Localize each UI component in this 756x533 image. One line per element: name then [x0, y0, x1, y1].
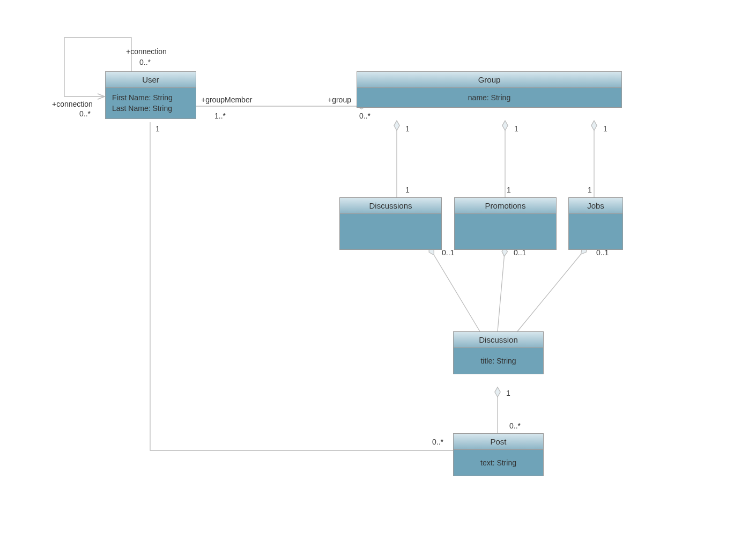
class-discussion: Discussion title: String	[453, 331, 544, 374]
multiplicity: 1	[507, 186, 511, 194]
class-body: First Name: String Last Name: String	[106, 88, 196, 119]
class-group: Group name: String	[357, 71, 622, 108]
uml-diagram: User First Name: String Last Name: Strin…	[0, 0, 756, 533]
multiplicity: 0..*	[432, 438, 443, 446]
assoc-role: +groupMember	[201, 95, 252, 104]
class-title: Jobs	[569, 198, 622, 214]
multiplicity: 0..*	[359, 112, 370, 120]
multiplicity: 1	[588, 186, 592, 194]
class-discussions: Discussions	[339, 197, 442, 250]
assoc-role: +group	[328, 95, 351, 104]
multiplicity: 1	[155, 124, 160, 133]
multiplicity: 1..*	[214, 112, 226, 120]
multiplicity: 1	[405, 186, 410, 194]
attribute: name: String	[364, 92, 615, 103]
multiplicity: 1	[405, 124, 410, 133]
class-post: Post text: String	[453, 433, 544, 476]
multiplicity: 0..1	[514, 248, 526, 257]
class-body: text: String	[454, 450, 543, 476]
class-body	[340, 214, 441, 249]
multiplicity: 1	[603, 124, 607, 133]
multiplicity: 0..1	[442, 248, 454, 257]
assoc-role: +connection	[126, 47, 167, 56]
multiplicity: 0..1	[596, 248, 609, 257]
multiplicity: 0..*	[139, 58, 151, 66]
class-promotions: Promotions	[454, 197, 557, 250]
multiplicity: 1	[506, 389, 510, 397]
multiplicity: 1	[514, 124, 518, 133]
attribute: Last Name: String	[112, 103, 189, 114]
class-user: User First Name: String Last Name: Strin…	[105, 71, 196, 119]
assoc-role: +connection	[52, 100, 93, 108]
class-title: Discussions	[340, 198, 441, 214]
multiplicity: 0..*	[509, 421, 521, 430]
class-body: title: String	[454, 348, 543, 374]
class-body: name: String	[357, 88, 621, 107]
multiplicity: 0..*	[79, 109, 91, 118]
attribute: title: String	[460, 356, 537, 366]
attribute: text: String	[460, 457, 537, 468]
class-title: Discussion	[454, 332, 543, 348]
class-title: Post	[454, 434, 543, 450]
class-body	[455, 214, 556, 249]
class-jobs: Jobs	[568, 197, 623, 250]
class-body	[569, 214, 622, 249]
class-title: User	[106, 72, 196, 88]
class-title: Group	[357, 72, 621, 88]
attribute: First Name: String	[112, 92, 189, 103]
class-title: Promotions	[455, 198, 556, 214]
